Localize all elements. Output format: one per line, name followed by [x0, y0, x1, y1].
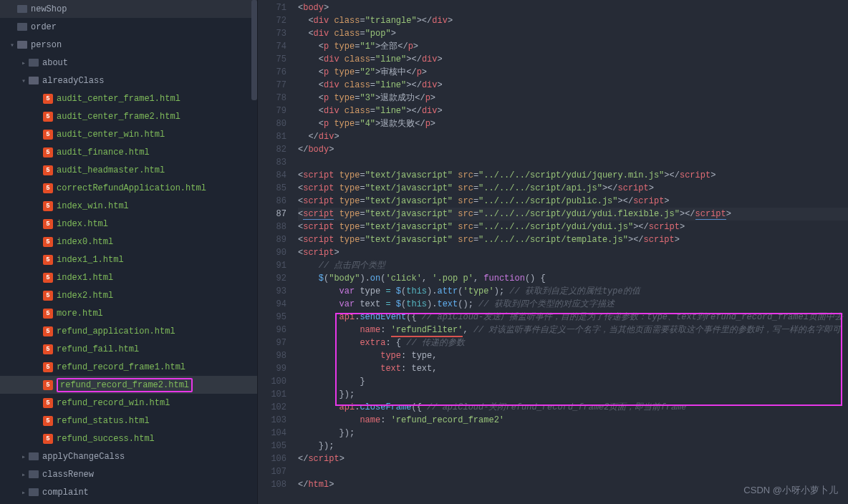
tree-item-audit-center-frame2-html[interactable]: 5audit_center_frame2.html	[0, 107, 257, 125]
line-number: 96	[258, 324, 286, 336]
code-line: <p type="4">退款失败</p>	[298, 117, 848, 130]
chevron-icon: ▸	[20, 470, 27, 479]
line-number: 103	[258, 414, 286, 427]
tree-item-index1-1-html[interactable]: 5index1_1.html	[0, 251, 257, 268]
tree-item-refund-record-frame1-html[interactable]: 5refund_record_frame1.html	[0, 358, 257, 376]
html-icon: 5	[43, 201, 53, 211]
scrollbar-thumb[interactable]	[251, 0, 257, 100]
line-number: 105	[258, 440, 286, 452]
tree-item-person[interactable]: ▾person	[0, 36, 257, 54]
tree-item-refund-status-html[interactable]: 5refund_status.html	[0, 412, 257, 430]
line-number: 95	[258, 311, 286, 324]
tree-item-audit-center-frame1-html[interactable]: 5audit_center_frame1.html	[0, 89, 257, 107]
line-number: 72	[258, 14, 286, 27]
tree-item-order[interactable]: order	[0, 18, 257, 36]
line-number: 75	[258, 53, 286, 66]
tree-label: refund_status.html	[57, 416, 150, 426]
tree-label: alreadyClass	[42, 76, 104, 86]
line-number: 102	[258, 401, 286, 414]
tree-item-classRenew[interactable]: ▸classRenew	[0, 465, 257, 483]
tree-label: refund_record_frame1.html	[57, 362, 186, 372]
code-line: <div class="pop">	[298, 27, 848, 40]
tree-item-newShop[interactable]: newShop	[0, 0, 257, 18]
line-number: 107	[258, 465, 286, 478]
folder-icon	[29, 452, 39, 460]
line-number: 71	[258, 1, 286, 14]
tree-label: refund_fail.html	[57, 344, 139, 354]
code-line: $("body").on('click', '.pop p', function…	[298, 272, 848, 285]
line-number: 87	[258, 208, 286, 220]
file-tree-sidebar[interactable]: newShoporder▾person▸about▾alreadyClass5a…	[0, 0, 258, 504]
watermark: CSDN @小呀小萝卜儿	[743, 484, 838, 497]
tree-item-refund-record-frame2-html[interactable]: 5refund_record_frame2.html	[0, 376, 257, 394]
tree-item-refund-fail-html[interactable]: 5refund_fail.html	[0, 340, 257, 358]
code-line: <p type="2">审核中</p>	[298, 66, 848, 79]
line-number: 82	[258, 143, 286, 156]
code-line: <script type="text/javascript" src="../.…	[298, 182, 848, 195]
html-icon: 5	[43, 291, 53, 301]
folder-icon	[17, 23, 27, 31]
tree-item-refund-success-html[interactable]: 5refund_success.html	[0, 430, 257, 447]
line-number: 108	[258, 478, 286, 491]
code-line: <div class="triangle"></div>	[298, 14, 848, 27]
tree-item-applyChangeCalss[interactable]: ▸applyChangeCalss	[0, 447, 257, 465]
folder-icon	[29, 59, 39, 67]
tree-label: index_win.html	[57, 201, 129, 211]
html-icon: 5	[43, 398, 53, 408]
tree-item-index-html[interactable]: 5index.html	[0, 215, 257, 233]
tree-item-audit-finance-html[interactable]: 5audit_finance.html	[0, 143, 257, 161]
tree-item-refund-application-html[interactable]: 5refund_application.html	[0, 322, 257, 340]
tree-label: index2.html	[57, 291, 113, 301]
line-number: 91	[258, 259, 286, 272]
line-number: 81	[258, 130, 286, 143]
tree-item-about[interactable]: ▸about	[0, 54, 257, 72]
tree-label: audit_finance.html	[57, 147, 150, 158]
code-editor[interactable]: 7172737475767778798081828384858687888990…	[258, 0, 848, 504]
code-line: });	[298, 427, 848, 440]
tree-label: person	[31, 40, 62, 50]
code-line: <script type="text/javascript" src="../.…	[298, 195, 848, 208]
code-line: <script type="text/javascript" src="../.…	[298, 233, 848, 246]
html-icon: 5	[43, 255, 53, 265]
tree-label: audit_center_frame1.html	[57, 94, 180, 104]
gutter: 7172737475767778798081828384858687888990…	[258, 0, 294, 504]
code-line	[298, 465, 848, 478]
tree-item-refund-record-win-html[interactable]: 5refund_record_win.html	[0, 394, 257, 412]
tree-label: about	[42, 58, 68, 68]
code-line: });	[298, 440, 848, 452]
line-number: 94	[258, 298, 286, 311]
tree-item-index1-html[interactable]: 5index1.html	[0, 268, 257, 286]
html-icon: 5	[43, 237, 53, 247]
tree-label: classRenew	[42, 470, 94, 480]
line-number: 84	[258, 169, 286, 182]
chevron-icon: ▸	[20, 488, 27, 497]
html-icon: 5	[43, 273, 53, 283]
line-number: 104	[258, 427, 286, 440]
tree-item-more-html[interactable]: 5more.html	[0, 304, 257, 322]
line-number: 89	[258, 233, 286, 246]
line-number: 85	[258, 182, 286, 195]
tree-item-index-win-html[interactable]: 5index_win.html	[0, 197, 257, 215]
code-line: <div class="line"></div>	[298, 79, 848, 92]
tree-item-audit-center-win-html[interactable]: 5audit_center_win.html	[0, 125, 257, 143]
tree-item-index2-html[interactable]: 5index2.html	[0, 286, 257, 304]
folder-icon	[29, 488, 39, 496]
line-number: 77	[258, 79, 286, 92]
tree-item-alreadyClass[interactable]: ▾alreadyClass	[0, 72, 257, 89]
line-number: 74	[258, 40, 286, 53]
tree-item-complaint[interactable]: ▸complaint	[0, 483, 257, 501]
tree-label: index.html	[57, 219, 108, 229]
html-icon: 5	[43, 434, 53, 444]
tree-label: audit_center_win.html	[57, 130, 165, 140]
code-line: </script>	[298, 452, 848, 465]
code-line: <script>	[298, 246, 848, 259]
code-line: <script type="text/javascript" src="../.…	[298, 208, 848, 220]
chevron-icon: ▸	[20, 452, 27, 461]
tree-item-audit-headmaster-html[interactable]: 5audit_headmaster.html	[0, 161, 257, 179]
tree-item-correctRefundApplication-html[interactable]: 5correctRefundApplication.html	[0, 179, 257, 197]
html-icon: 5	[43, 362, 53, 372]
folder-icon	[29, 470, 39, 478]
tree-item-index0-html[interactable]: 5index0.html	[0, 233, 257, 251]
code-area[interactable]: <body> <div class="triangle"></div> <div…	[294, 0, 848, 504]
code-line: <p type="3">退款成功</p>	[298, 92, 848, 105]
